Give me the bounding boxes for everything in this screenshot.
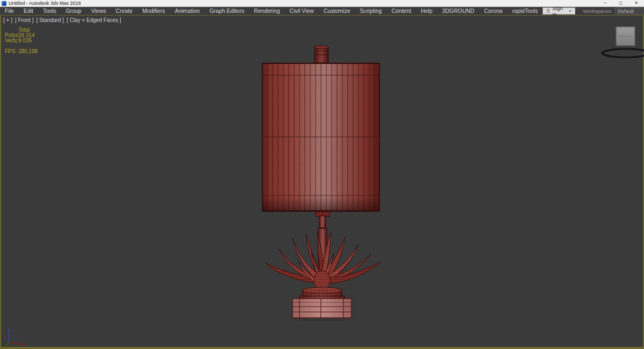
minimize-button[interactable]: ─ — [597, 0, 613, 6]
menu-bar-right: Sign In ▼ Workspaces: Default ▼ — [543, 7, 644, 15]
lamp-base — [292, 299, 352, 321]
menu-civil-view[interactable]: Civil View — [285, 7, 319, 15]
window-controls: ─ ▢ ✕ — [597, 0, 644, 6]
menu-corona[interactable]: Corona — [479, 7, 507, 15]
menu-content[interactable]: Content — [386, 7, 416, 15]
workspaces-value: Default — [618, 8, 634, 14]
maximize-button[interactable]: ▢ — [613, 0, 628, 6]
sign-in-label: Sign In — [552, 5, 566, 17]
sign-in-caret-icon: ▼ — [568, 10, 572, 13]
menu-views[interactable]: Views — [86, 7, 111, 15]
stats-fps-label: FPS: — [5, 49, 18, 54]
3ds-max-logo-icon — [2, 1, 6, 6]
lamp-finial — [314, 46, 328, 63]
base-shadow — [299, 319, 345, 321]
menu-rendering[interactable]: Rendering — [249, 7, 284, 15]
stats-verts-value: 9 026 — [18, 38, 32, 43]
viewport-shading-menu[interactable]: [ Clay + Edged Faces ] — [67, 17, 121, 23]
workspaces-label: Workspaces: — [583, 8, 612, 14]
menu-modifiers[interactable]: Modifiers — [137, 7, 170, 15]
stats-fps-value: 280,198 — [18, 49, 38, 54]
stats-verts-label: Verts: — [5, 38, 18, 43]
viewport-pov-menu[interactable]: [ Front ] — [15, 17, 33, 23]
menu-edit[interactable]: Edit — [19, 7, 38, 15]
menu-help[interactable]: Help — [416, 7, 437, 15]
viewport-label: [ + ] [ Front ] [ Standard ] [ Clay + Ed… — [3, 17, 121, 23]
close-button[interactable]: ✕ — [628, 0, 644, 6]
menu-scripting[interactable]: Scripting — [355, 7, 387, 15]
menu-customize[interactable]: Customize — [319, 7, 355, 15]
viewport-general-menu[interactable]: [ + ] — [3, 17, 12, 23]
menu-tools[interactable]: Tools — [38, 7, 61, 15]
menu-bar: File Edit Tools Group Views Create Modif… — [0, 7, 644, 15]
viewport-statistics: Total Polys: 16 314 Verts: 9 026 FPS: 28… — [5, 27, 38, 54]
title-bar: Untitled - Autodesk 3ds Max 2018 ─ ▢ ✕ — [0, 0, 644, 7]
menu-animation[interactable]: Animation — [170, 7, 205, 15]
menu-group[interactable]: Group — [61, 7, 86, 15]
window-title: Untitled - Autodesk 3ds Max 2018 — [9, 1, 81, 6]
workspaces-dropdown[interactable]: Default ▼ — [615, 8, 644, 14]
viewport-renderer-menu[interactable]: [ Standard ] — [36, 17, 64, 23]
menu-3dground[interactable]: 3DGROUND — [437, 7, 479, 15]
sign-in-button[interactable]: Sign In ▼ — [543, 8, 575, 14]
menu-file[interactable]: File — [0, 7, 19, 15]
menu-graph-editors[interactable]: Graph Editors — [204, 7, 249, 15]
person-icon — [546, 9, 550, 13]
lamp-shade — [262, 63, 380, 212]
menu-rapidtools[interactable]: rapidTools — [507, 7, 543, 15]
viewcube-face-label: FRONT — [619, 35, 633, 38]
menu-create[interactable]: Create — [111, 7, 138, 15]
